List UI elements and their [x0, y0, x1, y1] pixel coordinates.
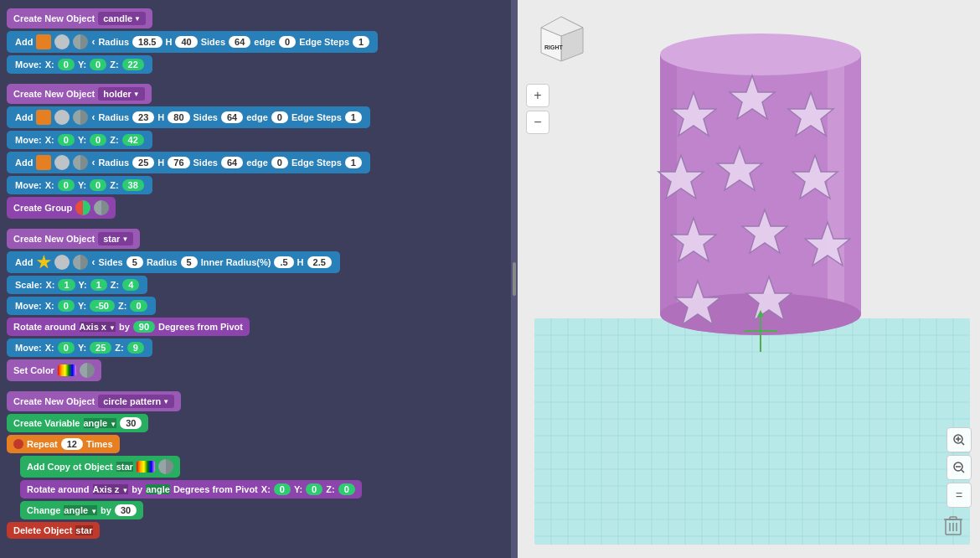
trash-button[interactable]: [943, 514, 963, 541]
cp-rotate-var: angle: [146, 484, 170, 494]
cp-dropdown[interactable]: circle pattern ▼: [98, 395, 174, 408]
cp-var-val[interactable]: 30: [120, 417, 142, 429]
star-color-swatch[interactable]: [58, 364, 76, 376]
star-rotate-axis-dropdown[interactable]: Axis x ▼: [80, 322, 116, 332]
star-rotate-degrees[interactable]: 90: [133, 321, 155, 333]
cp-change-val[interactable]: 30: [115, 504, 137, 516]
holder-r2-edgesteps[interactable]: 1: [345, 157, 362, 168]
cp-rot-x[interactable]: 0: [274, 483, 291, 495]
star-move2-block[interactable]: Move: X: 0 Y: 25 Z: 9: [7, 338, 152, 357]
zoom-in-button[interactable]: +: [526, 84, 549, 107]
star-add-block[interactable]: Add ‹ Sides 5 Radius 5 Inner Radius(%) .…: [7, 251, 340, 273]
star-m2-y[interactable]: 25: [90, 342, 111, 354]
zoom-out-btn2[interactable]: [946, 455, 972, 480]
holder-r1-edge[interactable]: 0: [271, 111, 288, 123]
cp-rot-z[interactable]: 0: [338, 483, 355, 495]
cp-change-var-dropdown[interactable]: angle ▼: [64, 505, 97, 515]
star-scale-x[interactable]: 1: [58, 279, 75, 291]
cp-rotate-axis-dropdown[interactable]: Axis z ▼: [93, 484, 129, 494]
holder-move-block2[interactable]: Move: X: 0 Y: 0 Z: 38: [7, 176, 152, 194]
cp-delete-obj: star: [75, 525, 92, 535]
holder-r2-edge[interactable]: 0: [271, 157, 288, 168]
cp-var-dropdown[interactable]: angle ▼: [84, 418, 117, 428]
nav-cube[interactable]: RIGHT: [534, 13, 589, 67]
holder-r2-sides[interactable]: 64: [221, 157, 243, 168]
holder-m1-z[interactable]: 42: [122, 134, 144, 146]
star-scale-z[interactable]: 4: [122, 279, 139, 291]
holder-m2-y[interactable]: 0: [90, 179, 106, 191]
star-rotate-block[interactable]: Rotate around Axis x ▼ by 90 Degrees fro…: [7, 318, 250, 336]
star-m1-x[interactable]: 0: [58, 300, 75, 312]
holder-r2-h[interactable]: 76: [168, 157, 189, 168]
cp-repeat-row: Repeat 12 Times: [7, 435, 504, 453]
holder-r1-sides[interactable]: 64: [221, 111, 243, 123]
cp-header-label: Create New Object: [13, 396, 95, 406]
holder-m1-y[interactable]: 0: [90, 134, 106, 146]
candle-dropdown[interactable]: candle ▼: [98, 12, 146, 25]
holder-add-block1[interactable]: Add ‹ Radius 23 H 80 Sides 64 edge 0 Edg…: [7, 106, 370, 128]
star-m1-y[interactable]: -50: [90, 300, 115, 312]
star-m2-z[interactable]: 9: [127, 342, 144, 354]
star-setcolor-block[interactable]: Set Color: [7, 359, 101, 381]
cp-repeat-val[interactable]: 12: [61, 438, 83, 450]
candle-header-label: Create New Object: [13, 13, 95, 23]
cp-rot-y[interactable]: 0: [306, 483, 322, 495]
left-panel: Create New Object candle ▼ Add ‹ Radius …: [0, 0, 511, 558]
cp-header-row: Create New Object circle pattern ▼: [7, 391, 504, 411]
cp-delete-obj-dropdown[interactable]: star: [75, 525, 92, 535]
star-sides-val[interactable]: 5: [126, 256, 143, 268]
cp-rotate-var-dropdown[interactable]: angle: [146, 484, 170, 494]
candle-header-block[interactable]: Create New Object candle ▼: [7, 8, 152, 28]
zoom-out-button[interactable]: −: [526, 111, 549, 134]
holder-m2-z[interactable]: 38: [122, 179, 144, 191]
candle-edge-val[interactable]: 0: [279, 36, 296, 48]
holder-add-row1: Add ‹ Radius 23 H 80 Sides 64 edge 0 Edg…: [7, 106, 504, 128]
canvas-3d[interactable]: RIGHT + −: [518, 0, 980, 558]
star-radius-val[interactable]: 5: [181, 256, 198, 268]
candle-x-val[interactable]: 0: [58, 59, 75, 70]
cp-rotate-block[interactable]: Rotate around Axis z ▼ by angle Degrees …: [20, 480, 362, 499]
candle-edgesteps-val[interactable]: 1: [353, 36, 369, 48]
holder-r1-h[interactable]: 80: [168, 111, 189, 123]
zoom-in-btn2[interactable]: [946, 427, 972, 452]
cp-addcopy-obj-dropdown[interactable]: star: [116, 462, 133, 472]
candle-h-val[interactable]: 40: [175, 36, 197, 48]
holder-add-block2[interactable]: Add ‹ Radius 25 H 76 Sides 64 edge 0 Edg…: [7, 152, 370, 173]
cp-delete-block[interactable]: Delete Object star: [7, 522, 100, 539]
holder-m1-x[interactable]: 0: [58, 134, 75, 146]
cp-addcopy-obj: star: [116, 462, 133, 472]
candle-z-val[interactable]: 22: [122, 59, 144, 70]
holder-move-block1[interactable]: Move: X: 0 Y: 0 Z: 42: [7, 131, 152, 149]
holder-group: Create New Object holder ▼ Add ‹ Radius …: [7, 84, 504, 219]
cp-dropdown-arrow: ▼: [162, 398, 169, 406]
holder-creategroup-block[interactable]: Create Group: [7, 197, 116, 219]
cp-header-block[interactable]: Create New Object circle pattern ▼: [7, 391, 181, 411]
star-move1-block[interactable]: Move: X: 0 Y: -50 Z: 0: [7, 297, 156, 315]
holder-shape-half2: [73, 155, 88, 170]
candle-radius-val[interactable]: 18.5: [132, 36, 162, 48]
cp-createvar-block[interactable]: Create Variable angle ▼ 30: [7, 414, 148, 432]
candle-y-val[interactable]: 0: [90, 59, 106, 70]
holder-r2-radius[interactable]: 25: [132, 157, 154, 168]
candle-sides-val[interactable]: 64: [229, 36, 250, 48]
star-m2-x[interactable]: 0: [58, 342, 75, 354]
star-inner-val[interactable]: .5: [274, 256, 293, 268]
star-header-block[interactable]: Create New Object star ▼: [7, 229, 140, 249]
holder-m2-x[interactable]: 0: [58, 179, 75, 191]
star-h-val[interactable]: 2.5: [307, 256, 332, 268]
holder-r1-radius[interactable]: 23: [132, 111, 154, 123]
star-m1-z[interactable]: 0: [130, 300, 147, 312]
fit-btn[interactable]: =: [946, 483, 972, 508]
holder-header-block[interactable]: Create New Object holder ▼: [7, 84, 152, 104]
cp-repeat-block[interactable]: Repeat 12 Times: [7, 435, 120, 453]
star-scale-block[interactable]: Scale: X: 1 Y: 1 Z: 4: [7, 276, 147, 294]
holder-dropdown[interactable]: holder ▼: [98, 87, 145, 101]
candle-move-block[interactable]: Move: X: 0 Y: 0 Z: 22: [7, 55, 152, 74]
candle-add-block[interactable]: Add ‹ Radius 18.5 H 40 Sides 64 edge 0 E…: [7, 31, 378, 53]
divider-handle[interactable]: [513, 262, 516, 296]
cp-change-block[interactable]: Change angle ▼ by 30: [20, 501, 143, 519]
star-dropdown[interactable]: star ▼: [98, 232, 133, 245]
cp-addcopy-block[interactable]: Add Copy ot Object star: [20, 456, 180, 478]
holder-r1-edgesteps[interactable]: 1: [345, 111, 362, 123]
star-scale-y[interactable]: 1: [90, 279, 107, 291]
